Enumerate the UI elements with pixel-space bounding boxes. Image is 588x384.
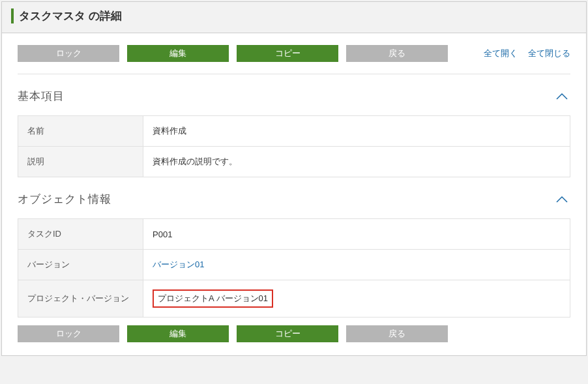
section-basic-header: 基本項目 [18,89,570,104]
header-links: 全て開く 全て閉じる [484,48,570,59]
version-link[interactable]: バージョン01 [153,259,204,269]
collapse-all-link[interactable]: 全て閉じる [528,48,570,59]
project-version-label: プロジェクト・バージョン [18,280,143,318]
edit-button[interactable]: 編集 [127,325,229,342]
back-button[interactable]: 戻る [346,325,448,342]
taskid-label: タスクID [18,219,143,250]
lock-button[interactable]: ロック [18,45,119,62]
bottom-button-row: ロック 編集 コピー 戻る [18,321,570,342]
section-object-header: オブジェクト情報 [18,192,570,207]
lock-button[interactable]: ロック [18,325,119,342]
version-label: バージョン [18,250,143,280]
detail-panel: タスクマスタ の詳細 ロック 編集 コピー 戻る 全て開く 全て閉じる 基本項目… [1,1,587,356]
expand-all-link[interactable]: 全て開く [484,48,518,59]
table-row: タスクID P001 [18,219,570,250]
table-row: バージョン バージョン01 [18,250,570,280]
page-title: タスクマスタ の詳細 [11,8,577,23]
chevron-up-icon[interactable] [553,193,570,206]
edit-button[interactable]: 編集 [127,45,229,62]
back-button[interactable]: 戻る [346,45,448,62]
page-header: タスクマスタ の詳細 [2,2,586,33]
name-value: 資料作成 [143,116,570,147]
taskid-value: P001 [143,219,570,250]
basic-table: 名前 資料作成 説明 資料作成の説明です。 [18,115,570,177]
project-version-value: プロジェクトA バージョン01 [143,280,570,318]
content-area: ロック 編集 コピー 戻る 全て開く 全て閉じる 基本項目 名前 資料作成 [2,33,586,355]
top-button-row: ロック 編集 コピー 戻る 全て開く 全て閉じる [18,45,570,74]
copy-button[interactable]: コピー [237,45,338,62]
project-version-highlight: プロジェクトA バージョン01 [153,289,273,308]
description-value: 資料作成の説明です。 [143,147,570,177]
chevron-up-icon[interactable] [553,90,570,103]
section-basic: 基本項目 名前 資料作成 説明 資料作成の説明です。 [18,89,570,177]
copy-button[interactable]: コピー [237,325,338,342]
section-basic-title: 基本項目 [18,89,65,104]
table-row: プロジェクト・バージョン プロジェクトA バージョン01 [18,280,570,318]
table-row: 名前 資料作成 [18,116,570,147]
table-row: 説明 資料作成の説明です。 [18,147,570,177]
section-object: オブジェクト情報 タスクID P001 バージョン バージョン01 プロジェ [18,192,570,318]
description-label: 説明 [18,147,143,177]
object-table: タスクID P001 バージョン バージョン01 プロジェクト・バージョン プロ… [18,218,570,318]
section-object-title: オブジェクト情報 [18,192,111,207]
name-label: 名前 [18,116,143,147]
version-value: バージョン01 [143,250,570,280]
